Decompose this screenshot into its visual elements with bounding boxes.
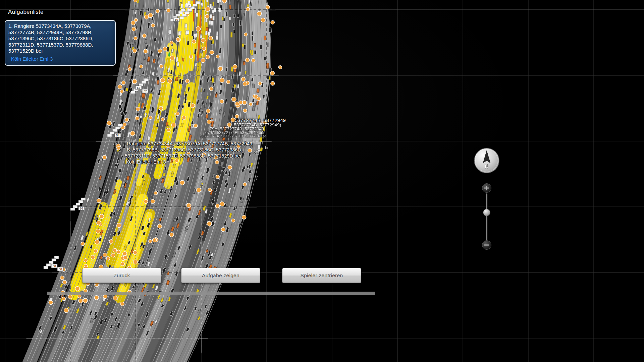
svg-text:52: 52 — [186, 4, 190, 8]
compass-north-label: N — [485, 164, 489, 169]
zoom-slider-handle[interactable] — [483, 209, 490, 216]
zoom-slider-track[interactable] — [486, 193, 487, 240]
svg-text:58: 58 — [59, 267, 62, 271]
svg-text:52: 52 — [137, 86, 140, 89]
back-button[interactable]: Zurück — [82, 268, 161, 283]
task-panel[interactable]: 1. Rangiere 53773434A, 53773079A, 537727… — [5, 20, 116, 66]
task-list-title: Aufgabenliste — [8, 9, 44, 15]
center-player-button[interactable]: Spieler zentrieren — [282, 268, 361, 283]
svg-text:50: 50 — [175, 18, 178, 21]
zoom-in-button[interactable] — [482, 184, 491, 193]
game-viewport: 5250525254565858 53772774B, 537729495377… — [0, 0, 644, 362]
map-bottom-road — [47, 292, 375, 295]
nav-controls: N — [472, 147, 502, 254]
svg-text:52: 52 — [144, 89, 147, 93]
svg-text:58: 58 — [53, 264, 56, 268]
task-location-link[interactable]: Köln Eifeltor Emf 3 — [11, 56, 112, 62]
svg-text:56: 56 — [80, 207, 83, 210]
zoom-out-button[interactable] — [482, 241, 491, 250]
task-text: 1. Rangiere 53773434A, 53773079A, 537727… — [8, 23, 112, 54]
svg-text:54: 54 — [116, 134, 119, 137]
compass[interactable]: N — [474, 148, 499, 173]
show-task-button[interactable]: Aufgabe zeigen — [181, 268, 260, 283]
